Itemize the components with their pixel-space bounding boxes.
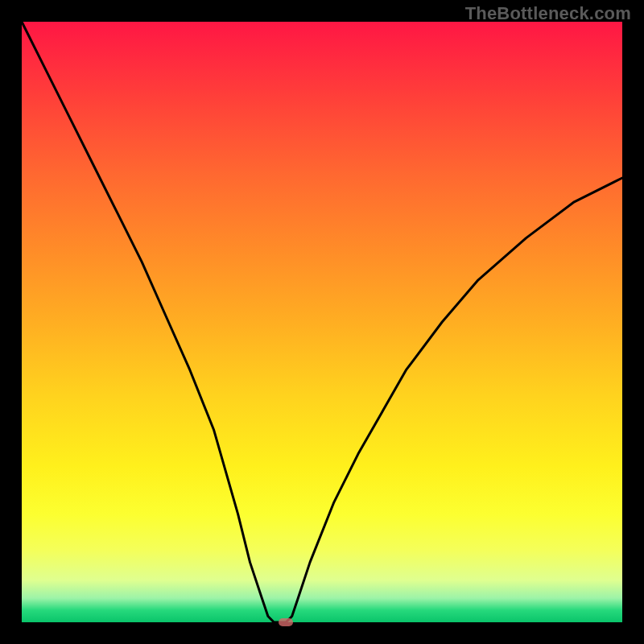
plot-area bbox=[22, 22, 622, 622]
bottleneck-curve bbox=[22, 22, 622, 622]
chart-frame: TheBottleneck.com bbox=[0, 0, 644, 644]
minimum-marker bbox=[279, 618, 293, 626]
